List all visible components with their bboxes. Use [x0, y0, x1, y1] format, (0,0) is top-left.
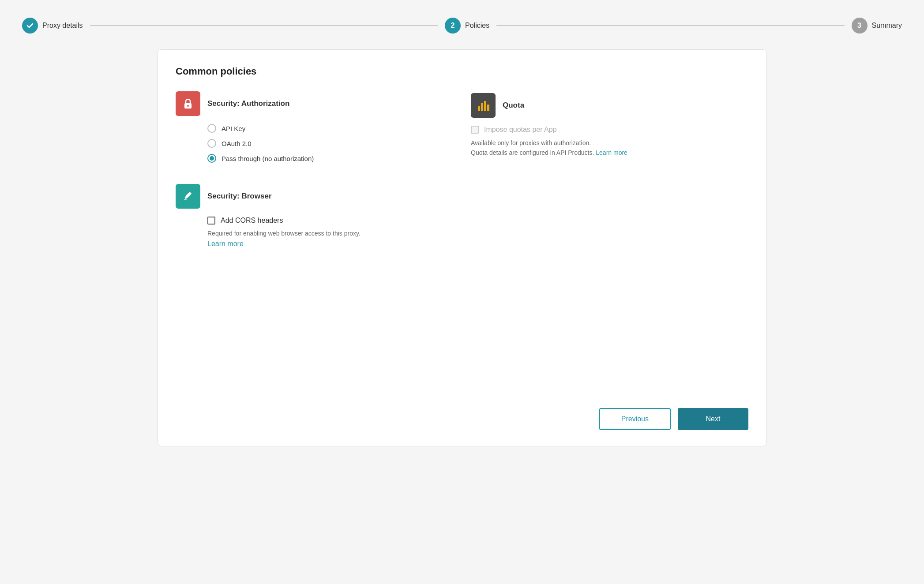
cors-learn-more-link[interactable]: Learn more — [207, 240, 244, 247]
step-label-proxy-details: Proxy details — [42, 22, 83, 30]
cors-checkbox[interactable] — [207, 217, 215, 225]
edit-icon — [182, 190, 194, 202]
cors-label: Add CORS headers — [221, 217, 283, 225]
security-browser-section: Security: Browser Add CORS headers Requi… — [176, 184, 748, 248]
radio-api-key[interactable]: API Key — [207, 124, 453, 133]
svg-rect-2 — [478, 106, 480, 111]
quota-header: Quota — [471, 93, 748, 118]
security-auth-section: Security: Authorization API Key OAuth 2.… — [176, 91, 453, 163]
step-summary: 3 Summary — [852, 18, 902, 34]
quota-checkbox-label: Impose quotas per App — [484, 126, 557, 134]
quota-icon — [471, 93, 496, 118]
quota-desc-line1: Available only for proxies with authoriz… — [471, 139, 591, 146]
stepper: Proxy details 2 Policies 3 Summary — [9, 9, 915, 42]
svg-rect-6 — [184, 199, 187, 200]
quota-section: Quota Impose quotas per App Available on… — [471, 91, 748, 158]
step-proxy-details: Proxy details — [22, 18, 83, 34]
svg-rect-4 — [484, 101, 486, 111]
quota-description: Available only for proxies with authoriz… — [471, 138, 748, 158]
security-browser-title: Security: Browser — [207, 192, 272, 201]
radio-api-key-input[interactable] — [207, 124, 216, 133]
quota-checkbox — [471, 126, 479, 134]
radio-oauth-label: OAuth 2.0 — [222, 140, 252, 147]
radio-pass-through[interactable]: Pass through (no authorization) — [207, 154, 453, 163]
card-title: Common policies — [176, 66, 748, 77]
radio-group-auth: API Key OAuth 2.0 Pass through (no autho… — [176, 124, 453, 163]
previous-button[interactable]: Previous — [599, 408, 671, 430]
checkmark-icon — [26, 22, 34, 30]
next-button[interactable]: Next — [678, 408, 748, 430]
main-card: Common policies Security: Authorization … — [158, 49, 766, 446]
svg-point-1 — [187, 105, 189, 107]
quota-learn-more-link[interactable]: Learn more — [596, 149, 627, 156]
cors-learn-more-container: Learn more — [176, 240, 748, 248]
security-browser-icon — [176, 184, 200, 209]
lock-icon — [181, 97, 195, 110]
svg-rect-5 — [487, 105, 489, 111]
step-circle-summary: 3 — [852, 18, 868, 34]
quota-desc-line2: Quota details are configured in API Prod… — [471, 149, 594, 156]
step-label-summary: Summary — [872, 22, 902, 30]
cors-description: Required for enabling web browser access… — [176, 229, 748, 238]
radio-oauth[interactable]: OAuth 2.0 — [207, 139, 453, 148]
radio-pass-through-input[interactable] — [207, 154, 216, 163]
security-browser-header: Security: Browser — [176, 184, 748, 209]
quota-title: Quota — [503, 101, 524, 110]
quota-checkbox-row: Impose quotas per App — [471, 126, 748, 134]
radio-api-key-label: API Key — [222, 125, 245, 132]
radio-oauth-input[interactable] — [207, 139, 216, 148]
cors-checkbox-row[interactable]: Add CORS headers — [176, 217, 748, 225]
step-label-policies: Policies — [465, 22, 489, 30]
step-circle-proxy-details — [22, 18, 38, 34]
step-circle-policies: 2 — [445, 18, 461, 34]
step-connector-1 — [90, 25, 438, 26]
security-auth-header: Security: Authorization — [176, 91, 453, 116]
policies-grid: Security: Authorization API Key OAuth 2.… — [176, 91, 748, 163]
security-auth-icon — [176, 91, 200, 116]
step-policies: 2 Policies — [445, 18, 489, 34]
chart-icon — [477, 99, 490, 112]
button-row: Previous Next — [599, 408, 748, 430]
svg-rect-3 — [481, 103, 483, 111]
radio-pass-through-label: Pass through (no authorization) — [222, 155, 314, 162]
step-connector-2 — [496, 25, 844, 26]
security-auth-title: Security: Authorization — [207, 99, 289, 108]
